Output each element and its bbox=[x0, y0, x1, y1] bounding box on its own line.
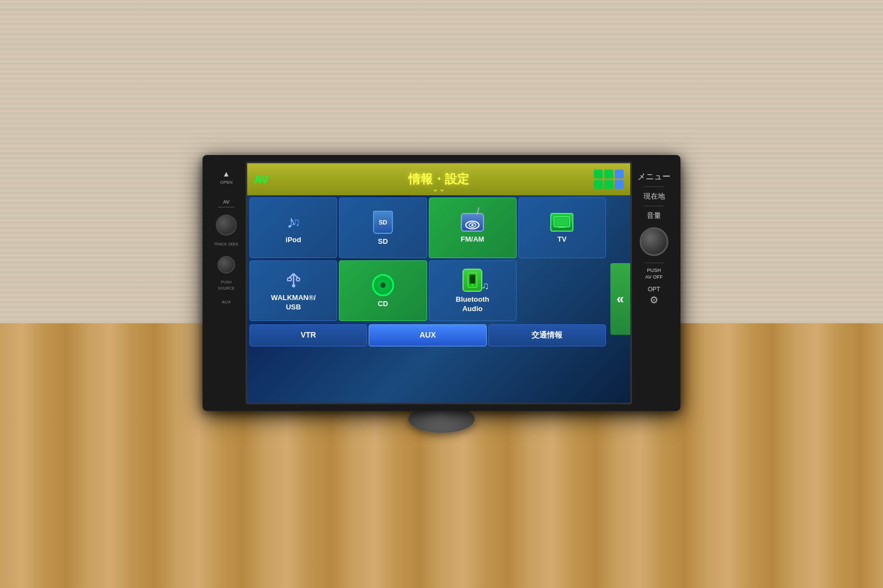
menu-button[interactable]: メニュー bbox=[637, 172, 671, 182]
grid-dot-1 bbox=[594, 170, 603, 179]
main-content: « ♪ ♫ iPod bbox=[247, 195, 630, 403]
grid-dot-2 bbox=[604, 170, 613, 179]
opt-label: OPT bbox=[648, 286, 661, 292]
walkman-button[interactable]: WALKMAN®/USB bbox=[249, 260, 337, 321]
eject-icon: ▲ bbox=[222, 169, 230, 178]
sd-button[interactable]: SD SD bbox=[339, 197, 427, 258]
vtr-button[interactable]: VTR bbox=[249, 324, 367, 346]
fmam-button[interactable]: FM/AM bbox=[429, 197, 517, 258]
separator-3 bbox=[644, 263, 664, 263]
scene: ▲ OPEN AV TRACK SEEK PUSH SOURCE AUX bbox=[203, 155, 680, 433]
tv-icon bbox=[550, 213, 573, 232]
separator-2 bbox=[644, 206, 664, 206]
fmam-icon bbox=[461, 213, 484, 232]
push-source-label: PUSH SOURCE bbox=[218, 279, 235, 291]
media-grid-row1: ♪ ♫ iPod SD SD bbox=[249, 197, 628, 258]
opt-button[interactable]: OPT ⚙ bbox=[648, 285, 661, 306]
right-panel: メニュー 現在地 音量 PUSH AV OFF OPT ⚙ bbox=[632, 162, 676, 404]
ipod-button[interactable]: ♪ ♫ iPod bbox=[249, 197, 337, 258]
sd-icon: SD bbox=[373, 211, 393, 234]
fmam-label: FM/AM bbox=[461, 235, 485, 244]
svg-rect-13 bbox=[470, 275, 475, 284]
track-seek-knob[interactable] bbox=[216, 215, 237, 236]
source-knob[interactable] bbox=[217, 256, 235, 274]
grid-dot-6 bbox=[615, 180, 624, 189]
current-location-button[interactable]: 現在地 bbox=[643, 191, 665, 201]
cd-button[interactable]: CD bbox=[339, 260, 427, 321]
radio-svg bbox=[464, 220, 481, 231]
media-grid-row2: WALKMAN®/USB CD bbox=[249, 260, 628, 321]
traffic-button[interactable]: 交通情報 bbox=[488, 324, 606, 346]
tv-button[interactable]: TV bbox=[518, 197, 606, 258]
grid-dot-4 bbox=[594, 180, 603, 189]
track-seek-label: TRACK SEEK bbox=[214, 241, 238, 247]
screen: MJ118D-W AV 情報・設定 ⌄⌄ bbox=[247, 163, 630, 403]
volume-button[interactable]: 音量 bbox=[647, 211, 661, 221]
av-label-btn: AV bbox=[223, 199, 229, 205]
top-bar: AV 情報・設定 ⌄⌄ bbox=[247, 163, 630, 195]
empty-cell bbox=[518, 260, 606, 321]
grid-dot-5 bbox=[604, 180, 613, 189]
open-button[interactable]: ▲ OPEN bbox=[220, 169, 233, 185]
cd-label: CD bbox=[377, 300, 388, 309]
left-panel: ▲ OPEN AV TRACK SEEK PUSH SOURCE AUX bbox=[207, 162, 246, 404]
screen-wrapper: MJ118D-W AV 情報・設定 ⌄⌄ bbox=[246, 162, 632, 404]
grid-icon bbox=[594, 170, 624, 189]
title-arrows: ⌄⌄ bbox=[432, 184, 445, 193]
svg-point-2 bbox=[471, 224, 474, 226]
svg-rect-9 bbox=[288, 278, 291, 281]
nav-arrow-button[interactable]: « bbox=[610, 263, 630, 335]
sd-label: SD bbox=[378, 237, 388, 247]
av-button[interactable]: AV bbox=[218, 199, 235, 209]
ipod-label: iPod bbox=[286, 236, 301, 245]
ipod-icon: ♪ ♫ bbox=[286, 212, 300, 232]
av-screen-label: AV bbox=[254, 173, 268, 186]
volume-knob[interactable] bbox=[640, 227, 668, 256]
svg-point-14 bbox=[472, 285, 474, 286]
separator-1 bbox=[644, 186, 664, 187]
aux-button[interactable]: AUX bbox=[369, 324, 486, 346]
bluetooth-icon: ♫ bbox=[462, 269, 482, 292]
nav-arrow-icon: « bbox=[616, 291, 624, 307]
usb-icon bbox=[284, 270, 304, 290]
svg-rect-5 bbox=[558, 227, 565, 228]
svg-rect-4 bbox=[555, 218, 568, 226]
head-unit: ▲ OPEN AV TRACK SEEK PUSH SOURCE AUX bbox=[203, 155, 680, 411]
gear-icon: ⚙ bbox=[648, 294, 661, 306]
grid-dot-3 bbox=[615, 170, 624, 179]
tv-label: TV bbox=[557, 235, 567, 244]
aux-left-button[interactable]: AUX bbox=[222, 299, 231, 305]
svg-point-11 bbox=[292, 284, 295, 287]
bluetooth-button[interactable]: ♫ BluetoothAudio bbox=[429, 260, 517, 321]
svg-point-10 bbox=[296, 278, 300, 281]
walkman-label: WALKMAN®/USB bbox=[271, 293, 316, 312]
open-label: OPEN bbox=[220, 180, 233, 185]
cd-icon bbox=[372, 274, 394, 296]
bluetooth-label: BluetoothAudio bbox=[456, 295, 490, 314]
bottom-buttons: VTR AUX 交通情報 bbox=[249, 324, 628, 346]
push-av-off-button[interactable]: PUSH AV OFF bbox=[645, 268, 663, 280]
